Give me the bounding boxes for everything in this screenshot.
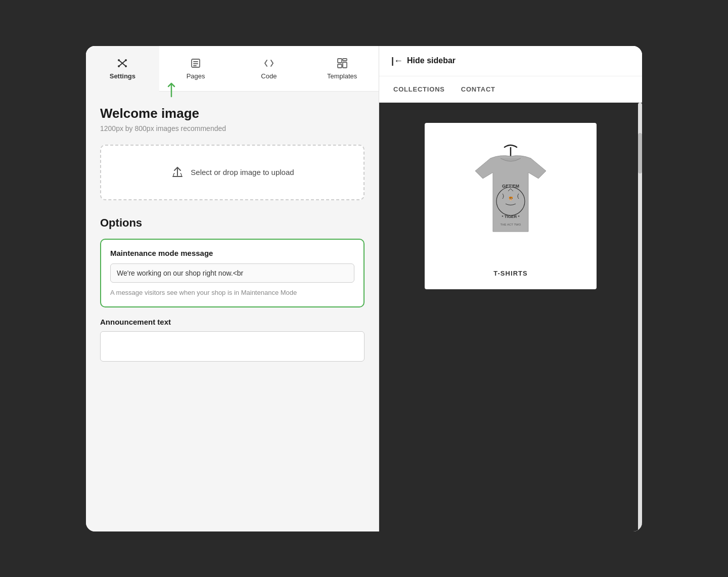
svg-point-2 — [118, 59, 120, 61]
nav-item-pages[interactable]: Pages — [159, 46, 233, 92]
svg-point-3 — [125, 65, 127, 67]
nav-label-pages: Pages — [187, 72, 205, 80]
announcement-input[interactable] — [100, 331, 365, 362]
nav-contact[interactable]: CONTACT — [461, 85, 495, 93]
svg-rect-10 — [338, 59, 342, 63]
settings-icon — [116, 57, 128, 69]
svg-rect-13 — [338, 64, 342, 68]
hide-sidebar-label: Hide sidebar — [407, 56, 456, 65]
section-title: Welcome image — [100, 106, 365, 121]
maintenance-mode-card: Maintenance mode message A message visit… — [100, 239, 365, 308]
nav-label-templates: Templates — [327, 72, 357, 80]
templates-icon — [336, 57, 348, 69]
svg-rect-11 — [343, 59, 347, 61]
left-panel: Settings Pages Code — [86, 46, 379, 531]
right-panel: |← Hide sidebar COLLECTIONS CONTACT — [379, 46, 642, 531]
upload-box[interactable]: Select or drop image to upload — [100, 145, 365, 200]
product-title: T-SHIRTS — [493, 270, 528, 277]
welcome-image-section: Welcome image 1200px by 800px images rec… — [100, 106, 365, 200]
nav-item-settings[interactable]: Settings — [86, 46, 159, 92]
scroll-thumb[interactable] — [638, 133, 642, 173]
svg-point-4 — [125, 59, 127, 61]
announcement-label: Announcement text — [100, 318, 365, 326]
top-nav: Settings Pages Code — [86, 46, 379, 92]
product-image-wrapper: GET'EM 🐯 * TIGER * THE ACT TWO — [455, 138, 566, 259]
nav-label-settings: Settings — [110, 72, 135, 80]
app-window: Settings Pages Code — [86, 46, 642, 531]
product-card: GET'EM 🐯 * TIGER * THE ACT TWO — [425, 123, 597, 289]
nav-label-code: Code — [261, 72, 277, 80]
options-section: Options Maintenance mode message A messa… — [100, 216, 365, 362]
scroll-track — [638, 103, 642, 531]
section-subtitle: 1200px by 800px images recommended — [100, 124, 365, 132]
nav-collections[interactable]: COLLECTIONS — [393, 85, 445, 93]
hide-sidebar-icon: |← — [391, 56, 403, 66]
announcement-section: Announcement text — [100, 318, 365, 362]
maintenance-hint: A message visitors see when your shop is… — [110, 288, 354, 298]
content-area: Welcome image 1200px by 800px images rec… — [86, 92, 379, 531]
maintenance-label: Maintenance mode message — [110, 249, 354, 257]
svg-text:GET'EM: GET'EM — [502, 184, 519, 189]
options-title: Options — [100, 216, 365, 230]
svg-text:* TIGER *: * TIGER * — [502, 214, 520, 219]
hide-sidebar-bar: |← Hide sidebar — [379, 46, 642, 76]
maintenance-input[interactable] — [110, 263, 354, 283]
upload-text: Select or drop image to upload — [191, 168, 294, 176]
svg-point-5 — [118, 65, 120, 67]
upload-icon — [170, 165, 185, 180]
svg-text:THE ACT TWO: THE ACT TWO — [500, 223, 521, 226]
hide-sidebar-button[interactable]: |← Hide sidebar — [391, 56, 456, 66]
code-icon — [263, 57, 275, 69]
preview-content: GET'EM 🐯 * TIGER * THE ACT TWO — [379, 103, 642, 531]
svg-text:🐯: 🐯 — [509, 196, 513, 201]
svg-rect-12 — [343, 62, 347, 68]
tshirt-image: GET'EM 🐯 * TIGER * THE ACT TWO — [460, 143, 561, 254]
preview-nav: COLLECTIONS CONTACT — [379, 76, 642, 103]
nav-item-code[interactable]: Code — [233, 46, 306, 92]
pages-icon — [190, 57, 202, 69]
nav-item-templates[interactable]: Templates — [305, 46, 379, 92]
